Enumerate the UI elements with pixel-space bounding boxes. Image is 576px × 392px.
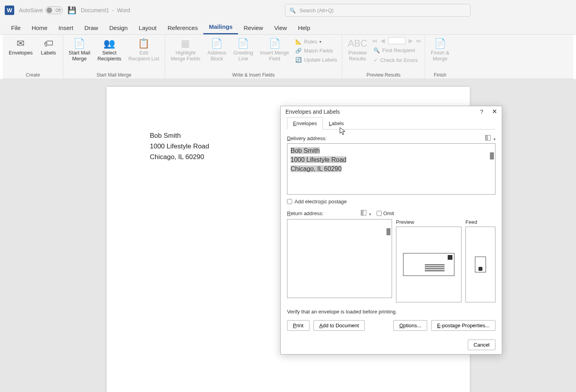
- delivery-address-label: Delivery address:: [287, 135, 326, 141]
- edit-recipient-list-button: 📋 Edit Recipient List: [126, 36, 161, 63]
- add-electronic-postage-checkbox[interactable]: [287, 199, 292, 204]
- record-number-input: [388, 37, 405, 44]
- group-start-label: Start Mail Merge: [66, 72, 162, 79]
- address-block-icon: 📄: [211, 38, 223, 49]
- highlight-merge-fields-button: ▦ Highlight Merge Fields: [168, 36, 203, 63]
- verify-text: Verify that an envelope is loaded before…: [287, 309, 495, 315]
- print-button[interactable]: Print: [287, 320, 310, 331]
- close-icon[interactable]: ✕: [492, 108, 497, 115]
- preview-results-button: ABC Preview Results: [345, 36, 370, 63]
- return-address-book-dropdown[interactable]: ▾: [361, 210, 371, 217]
- finish-icon: 📄: [434, 38, 446, 49]
- return-address-label: Return address:: [287, 210, 324, 216]
- feed-preview-graphic: [475, 257, 486, 272]
- find-recipient-button: 🔍Find Recipient: [372, 47, 422, 54]
- search-icon: 🔍: [289, 8, 296, 13]
- feed-preview[interactable]: [465, 227, 495, 302]
- tab-draw[interactable]: Draw: [79, 21, 104, 34]
- start-mail-merge-button[interactable]: 📄 Start Mail Merge: [66, 36, 93, 63]
- dialog-titlebar: Envelopes and Labels ? ✕: [281, 106, 502, 117]
- preview-label: Preview: [396, 219, 462, 225]
- tab-references[interactable]: References: [162, 21, 203, 34]
- last-record-icon: ⏭: [416, 38, 422, 44]
- omit-label: Omit: [383, 210, 394, 216]
- match-fields-button: 🔗Match Fields: [294, 47, 339, 54]
- envelope-icon: ✉: [17, 38, 24, 49]
- merge-field-icon: 📄: [269, 38, 281, 49]
- tab-layout[interactable]: Layout: [133, 21, 162, 34]
- select-recipients-icon: 👥: [103, 38, 115, 49]
- group-write-insert: ▦ Highlight Merge Fields 📄 Address Block…: [165, 35, 342, 79]
- match-icon: 🔗: [295, 48, 302, 54]
- greeting-line-button: 📄 Greeting Line: [231, 36, 255, 63]
- dialog-title-text: Envelopes and Labels: [285, 109, 340, 115]
- dialog-tabs: Envelopes Labels: [287, 117, 495, 129]
- address-book-icon: [361, 210, 366, 216]
- prev-record-icon: ◀: [381, 38, 385, 44]
- labels-button[interactable]: 🏷 Labels: [38, 36, 60, 57]
- tab-help[interactable]: Help: [293, 21, 316, 34]
- delivery-address-input[interactable]: Bob Smith 1000 Lifestyle Road Chicago, I…: [287, 143, 495, 195]
- envelope-preview[interactable]: [396, 227, 462, 302]
- add-electronic-postage-label: Add electronic postage: [295, 199, 347, 204]
- preview-icon: ABC: [348, 38, 367, 49]
- envelopes-tab[interactable]: Envelopes: [287, 117, 323, 129]
- tab-home[interactable]: Home: [26, 21, 53, 34]
- select-recipients-button[interactable]: 👥 Select Recipients: [95, 36, 124, 63]
- autosave-toggle[interactable]: Off: [45, 6, 63, 14]
- group-create-label: Create: [6, 72, 60, 79]
- group-finish-label: Finish: [428, 72, 452, 79]
- record-navigation: ⏮ ◀ ▶ ⏭: [372, 37, 422, 44]
- rules-icon: 📐: [295, 39, 302, 45]
- group-create: ✉ Envelopes 🏷 Labels Create: [3, 35, 63, 79]
- ribbon: ✉ Envelopes 🏷 Labels Create 📄 Start Mail…: [3, 35, 573, 79]
- tab-review[interactable]: Review: [238, 21, 268, 34]
- edit-recipient-icon: 📋: [138, 38, 150, 49]
- search-placeholder: Search (Alt+Q): [300, 8, 334, 13]
- save-icon[interactable]: 💾: [68, 6, 76, 15]
- cancel-button[interactable]: Cancel: [468, 339, 495, 350]
- address-book-dropdown[interactable]: ▾: [485, 135, 495, 142]
- start-mail-merge-icon: 📄: [73, 38, 85, 49]
- check-icon: ✔: [373, 57, 378, 63]
- tab-view[interactable]: View: [268, 21, 292, 34]
- omit-checkbox[interactable]: [377, 211, 382, 216]
- envelopes-button[interactable]: ✉ Envelopes: [6, 36, 35, 57]
- autosave-label: AutoSave: [19, 7, 43, 13]
- address-book-icon: [485, 135, 491, 141]
- epostage-properties-button[interactable]: E-postage Properties...: [431, 320, 495, 331]
- highlight-icon: ▦: [181, 38, 190, 49]
- tab-insert[interactable]: Insert: [53, 21, 79, 34]
- update-icon: 🔄: [295, 57, 302, 63]
- help-icon[interactable]: ?: [480, 109, 483, 115]
- group-preview-results: ABC Preview Results ⏮ ◀ ▶ ⏭ 🔍Find Recipi…: [342, 35, 425, 79]
- rules-button: 📐Rules ▾: [294, 38, 339, 45]
- add-to-document-button[interactable]: Add to Document: [313, 320, 365, 331]
- tab-file[interactable]: File: [6, 21, 26, 34]
- check-errors-button: ✔Check for Errors: [372, 56, 422, 64]
- group-finish: 📄 Finish & Merge Finish: [425, 35, 455, 79]
- autosave-control[interactable]: AutoSave Off: [19, 6, 63, 14]
- group-preview-label: Preview Results: [345, 72, 422, 79]
- next-record-icon: ▶: [409, 38, 413, 44]
- insert-merge-field-button: 📄 Insert Merge Field: [258, 36, 291, 63]
- ribbon-tabs: File Home Insert Draw Design Layout Refe…: [0, 21, 576, 35]
- scrollbar-thumb[interactable]: [490, 152, 494, 159]
- word-app-icon: W: [5, 6, 14, 15]
- find-icon: 🔍: [373, 47, 380, 53]
- feed-label: Feed: [465, 219, 495, 225]
- labels-tab[interactable]: Labels: [323, 117, 350, 129]
- group-start-mail-merge: 📄 Start Mail Merge 👥 Select Recipients 📋…: [63, 35, 165, 79]
- tab-design[interactable]: Design: [104, 21, 133, 34]
- tab-mailings[interactable]: Mailings: [203, 20, 238, 34]
- group-write-label: Write & Insert Fields: [168, 72, 339, 79]
- options-button[interactable]: Options...: [393, 320, 427, 331]
- finish-merge-button: 📄 Finish & Merge: [428, 36, 452, 63]
- first-record-icon: ⏮: [372, 38, 377, 44]
- update-labels-button: 🔄Update Labels: [294, 56, 339, 64]
- search-input[interactable]: 🔍 Search (Alt+Q): [285, 4, 471, 17]
- labels-icon: 🏷: [44, 38, 53, 49]
- envelope-preview-graphic: [403, 253, 454, 276]
- return-address-input[interactable]: [287, 219, 392, 298]
- scrollbar-thumb[interactable]: [387, 228, 390, 235]
